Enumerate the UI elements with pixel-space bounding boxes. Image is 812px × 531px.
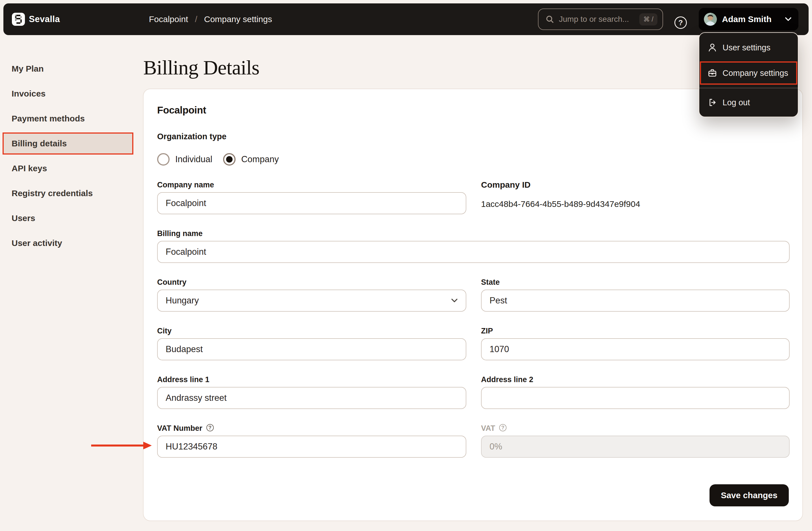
chevron-down-icon (451, 298, 458, 303)
vat-input: 0% (481, 436, 789, 458)
user-dropdown-menu: User settings Company settings Log out (699, 32, 798, 117)
organization-type-label: Organization type (157, 131, 789, 142)
company-id-field: Company ID 1acc48b4-7664-4b55-b489-9d434… (481, 179, 789, 214)
country-label: Country (157, 277, 466, 288)
avatar (704, 13, 717, 26)
city-label: City (157, 325, 466, 337)
breadcrumb: Focalpoint / Company settings (149, 3, 272, 35)
billing-name-label: Billing name (157, 228, 789, 239)
annotation-arrow (89, 440, 153, 451)
country-field: Country Hungary (157, 277, 466, 312)
chevron-down-icon (785, 17, 792, 21)
briefcase-icon (708, 69, 717, 77)
address2-label: Address line 2 (481, 374, 789, 385)
vat-label: VAT? (481, 423, 789, 434)
search-placeholder: Jump to or search... (559, 15, 634, 24)
sevalla-logo-icon (12, 13, 25, 26)
sidebar-item-users[interactable]: Users (2, 207, 133, 229)
menu-item-log-out[interactable]: Log out (699, 92, 798, 113)
country-select[interactable]: Hungary (157, 290, 466, 312)
logout-icon (708, 98, 717, 107)
address2-input[interactable] (481, 387, 789, 409)
user-icon (708, 43, 717, 52)
vat-number-field: VAT Number? HU12345678 (157, 423, 466, 458)
state-input[interactable]: Pest (481, 290, 789, 312)
user-name: Adam Smith (722, 14, 780, 24)
vat-help-icon[interactable]: ? (499, 424, 507, 431)
company-name-input[interactable]: Focalpoint (157, 192, 466, 214)
vat-number-help-icon[interactable]: ? (206, 424, 214, 431)
vat-number-label: VAT Number? (157, 423, 466, 434)
city-input[interactable]: Budapest (157, 338, 466, 360)
vat-number-input[interactable]: HU12345678 (157, 436, 466, 458)
company-id-value: 1acc48b4-7664-4b55-b489-9d4347e9f904 (481, 200, 789, 209)
address1-label: Address line 1 (157, 374, 466, 385)
top-navbar: Sevalla Focalpoint / Company settings Ju… (3, 3, 809, 35)
search-input[interactable]: Jump to or search... ⌘ / (538, 9, 663, 30)
breadcrumb-org[interactable]: Focalpoint (149, 14, 188, 24)
company-title: Focalpoint (157, 103, 789, 117)
company-name-field: Company name Focalpoint (157, 179, 466, 214)
sidebar-item-user-activity[interactable]: User activity (2, 232, 133, 254)
sidebar-item-my-plan[interactable]: My Plan (2, 58, 133, 80)
organization-type-options: Individual Company (157, 153, 789, 166)
brand[interactable]: Sevalla (12, 3, 60, 35)
address1-input[interactable]: Andrassy street (157, 387, 466, 409)
radio-individual[interactable] (157, 153, 170, 166)
menu-item-user-settings[interactable]: User settings (699, 37, 798, 58)
sidebar-item-payment-methods[interactable]: Payment methods (2, 107, 133, 130)
address1-field: Address line 1 Andrassy street (157, 374, 466, 409)
zip-field: ZIP 1070 (481, 325, 789, 360)
sidebar-item-invoices[interactable]: Invoices (2, 83, 133, 105)
company-id-label: Company ID (481, 179, 789, 191)
zip-label: ZIP (481, 325, 789, 337)
radio-individual-label: Individual (175, 154, 212, 164)
user-menu-button[interactable]: Adam Smith (699, 8, 798, 31)
city-field: City Budapest (157, 325, 466, 360)
menu-item-company-settings[interactable]: Company settings (699, 62, 798, 84)
state-field: State Pest (481, 277, 789, 312)
billing-name-field: Billing name Focalpoint (157, 228, 789, 263)
breadcrumb-separator: / (195, 14, 197, 24)
state-label: State (481, 277, 789, 288)
help-button[interactable]: ? (675, 16, 687, 29)
settings-sidebar: My Plan Invoices Payment methods Billing… (0, 58, 143, 257)
radio-company-label: Company (241, 154, 279, 164)
radio-company[interactable] (223, 153, 235, 166)
search-icon (546, 15, 554, 23)
vat-field: VAT? 0% (481, 423, 789, 458)
save-changes-button[interactable]: Save changes (710, 484, 789, 506)
billing-details-card: Focalpoint Organization type Individual … (143, 89, 803, 521)
menu-divider (699, 88, 798, 88)
sidebar-item-billing-details[interactable]: Billing details (2, 132, 133, 154)
billing-name-input[interactable]: Focalpoint (157, 241, 789, 263)
sidebar-item-registry-credentials[interactable]: Registry credentials (2, 182, 133, 204)
page-title: Billing Details (143, 56, 259, 79)
breadcrumb-page: Company settings (204, 14, 272, 24)
search-shortcut: ⌘ / (639, 13, 657, 26)
zip-input[interactable]: 1070 (481, 338, 789, 360)
address2-field: Address line 2 (481, 374, 789, 409)
brand-name: Sevalla (29, 14, 60, 24)
company-name-label: Company name (157, 179, 466, 191)
sidebar-item-api-keys[interactable]: API keys (2, 157, 133, 179)
